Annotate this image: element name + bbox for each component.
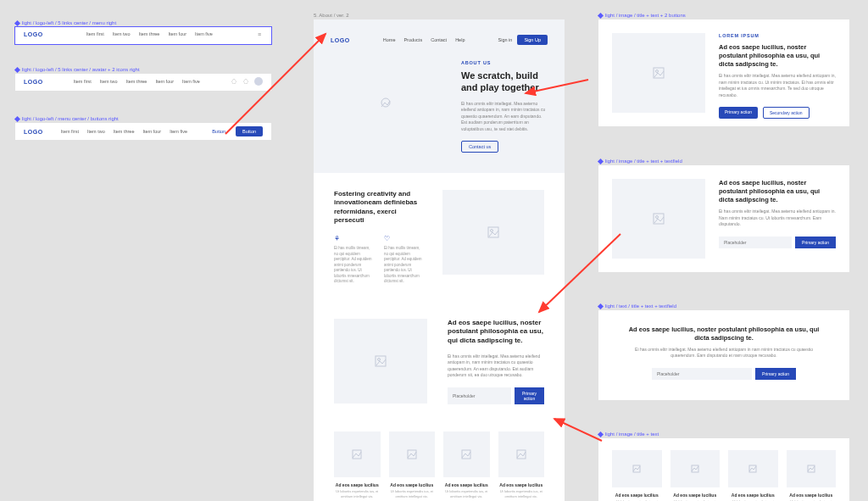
image-placeholder [612,33,705,113]
hero-image-placeholder [331,60,441,145]
section-body: Ei has omnis elitr intellegat. Mea aeter… [448,353,544,379]
nav-item[interactable]: Item five [170,129,187,134]
text-input[interactable] [719,237,792,248]
submit-button[interactable]: Primary action [795,237,836,248]
svg-point-10 [656,70,659,73]
signin-link[interactable]: Sign in [498,37,513,42]
card-desc: Ut lobortis expetendis ius, ei omittam i… [334,489,381,498]
grid-card[interactable]: Ad eos saepe lucilius Ut lobortis expete… [389,431,436,498]
card-title: Ad eos saepe lucilius [728,493,778,498]
artboard-label-center: 5. About / ver. 2 [314,13,349,18]
artboard-label-r3: light / text / title + text + textfield [598,303,676,309]
eyebrow: ABOUT US [461,60,548,65]
image-placeholder [334,319,427,404]
secondary-button[interactable]: Secondary action [763,107,810,119]
hero-nav-links: Home Products Contact Help [383,37,465,42]
nav-item[interactable]: Item five [182,79,200,84]
nav-links: Item first Item two Item three Item four… [61,129,187,134]
bell-icon[interactable]: ◌ [231,78,237,85]
logo[interactable]: LOGO [24,31,43,37]
logo[interactable]: LOGO [24,129,43,135]
artboard-nav3[interactable]: LOGO Item first Item two Item three Item… [15,123,271,140]
image-placeholder [442,190,544,275]
card-image [498,431,545,477]
body: Ei has omnis elitr intellegat. Mea aeter… [719,73,836,98]
section-textfield: Ad eos saepe lucilius, noster postulant … [314,302,565,421]
submit-button[interactable]: Primary action [755,368,796,380]
nav-item[interactable]: Item two [100,79,118,84]
hero-section: LOGO Home Products Contact Help Sign in … [314,19,565,173]
grid-card[interactable]: Ad eos saepe lucilius Ut lobortis expete… [334,431,381,498]
nav-item[interactable]: Item four [155,79,174,84]
card-image [670,450,721,487]
artboard-label-r1: light / image / title + text + 2 buttons [598,13,686,18]
submit-button[interactable]: Primary action [515,387,544,404]
section-features: Fostering creativity and innovationeam d… [314,173,565,302]
nav-link[interactable]: Home [383,37,396,42]
artboard-image-title-grid[interactable]: Ad eos saepe lucilius Ut lobortis expete… [598,438,849,501]
people-icon: ⚘ [334,234,372,244]
card-image [443,431,490,477]
grid-card[interactable]: Ad eos saepe lucilius Ut lobortis expete… [728,450,778,501]
artboard-about-page[interactable]: LOGO Home Products Contact Help Sign in … [314,19,565,501]
card-image [612,450,662,487]
section-title: Fostering creativity and innovationeam d… [334,190,422,225]
grid-card[interactable]: Ad eos saepe lucilius Ut lobortis expete… [670,450,721,501]
nav-item[interactable]: Item five [195,31,213,36]
grid-card[interactable]: Ad eos saepe lucilius Ut lobortis expete… [443,431,490,498]
feature-text: Ei has mollis timeam, no qui equidem per… [384,246,422,283]
primary-button[interactable]: Primary action [719,107,758,119]
nav-link[interactable]: Products [403,37,422,42]
grid-card[interactable]: Ad eos saepe lucilius Ut lobortis expete… [787,450,837,501]
nav-links: Item first Item two Item three Item four… [86,31,213,36]
artboard-label-r2: light / image / title + text + textfield [598,159,682,164]
nav-link[interactable]: Contact [431,37,447,42]
nav-item[interactable]: Item two [87,129,105,134]
svg-point-4 [378,358,381,360]
avatar[interactable] [254,77,263,86]
grid-card[interactable]: Ad eos saepe lucilius Ut lobortis expete… [612,450,662,501]
title: Ad eos saepe lucilius, noster postulant … [719,43,836,68]
artboard-text-title-textfield[interactable]: Ad eos saepe lucilius, noster postulant … [598,310,849,400]
nav-item[interactable]: Item three [139,31,160,36]
artboard-label-r4: light / image / title + text [598,431,659,437]
artboard-image-title-buttons[interactable]: LOREM IPSUM Ad eos saepe lucilius, noste… [598,19,849,126]
svg-point-2 [491,230,493,232]
contact-button[interactable]: Contact us [461,141,498,153]
design-canvas[interactable]: light / logo-left / 5 links center / men… [0,0,868,501]
nav-item[interactable]: Item three [114,129,135,134]
logo[interactable]: LOGO [24,79,43,85]
card-image [787,450,837,487]
artboard-nav1[interactable]: LOGO Item first Item two Item three Item… [15,27,271,44]
nav-link[interactable]: Help [455,37,465,42]
card-title: Ad eos saepe lucilius [443,482,490,487]
nav-item[interactable]: Item four [142,129,161,134]
nav-item[interactable]: Item first [61,129,79,134]
nav-item[interactable]: Item three [126,79,147,84]
grid-card[interactable]: Ad eos saepe lucilius Ut lobortis expete… [498,431,545,498]
artboard-nav2[interactable]: LOGO Item first Item two Item three Item… [15,74,271,91]
nav-item[interactable]: Item first [86,31,104,36]
artboard-label-nav2: light / logo-left / 5 links center / ava… [15,67,140,72]
card-title: Ad eos saepe lucilius [787,493,837,498]
card-title: Ad eos saepe lucilius [334,482,381,487]
email-input[interactable] [448,387,511,404]
nav-item[interactable]: Item four [168,31,186,36]
primary-button[interactable]: Button [236,126,263,136]
nav-item[interactable]: Item first [74,79,92,84]
card-desc: Ut lobortis expetendis ius, ei omittam i… [443,489,490,498]
artboard-label-nav3: light / logo-left / menu center / button… [15,116,119,121]
grid-section: Ad eos saepe lucilius Ut lobortis expete… [314,421,565,501]
logo[interactable]: LOGO [331,37,350,43]
artboard-image-title-textfield[interactable]: Ad eos saepe lucilius, noster postulant … [598,165,849,272]
menu-icon[interactable]: ≡ [256,31,263,37]
card-desc: Ut lobortis expetendis ius, ei omittam i… [498,489,545,498]
title: Ad eos saepe lucilius, noster postulant … [719,179,836,203]
signup-button[interactable]: Sign Up [517,35,548,45]
nav-item[interactable]: Item two [113,31,131,36]
mail-icon[interactable]: ◌ [242,78,249,85]
text-input[interactable] [652,368,752,380]
card-image [389,431,436,477]
card-title: Ad eos saepe lucilius [670,493,721,498]
ghost-button[interactable]: Button [205,126,232,136]
